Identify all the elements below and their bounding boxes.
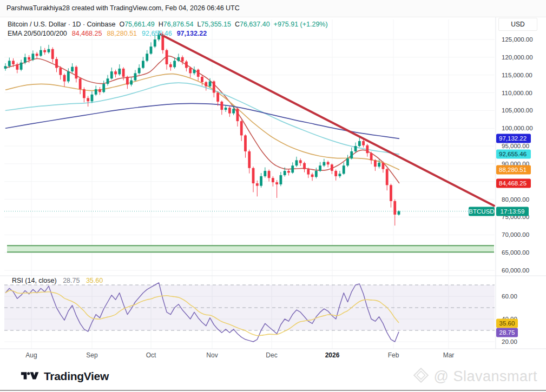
chart-canvas[interactable] [0, 0, 546, 392]
change-text: +975.91 (+1.29%) [274, 21, 328, 28]
candle-body [91, 95, 94, 101]
candle-body [146, 54, 148, 61]
tradingview-wordmark: TradingView [44, 370, 109, 383]
candle-body [36, 54, 38, 56]
candle-body [315, 171, 318, 177]
candle-body [307, 169, 310, 175]
candle-body [311, 175, 314, 177]
candle-body [370, 153, 373, 160]
ema-label: EMA 20/50/100/200 [8, 30, 67, 37]
candle-body [228, 108, 231, 114]
candle-body [378, 163, 380, 167]
candle-body [16, 64, 18, 70]
candle-body [268, 171, 271, 178]
candle-body [59, 68, 62, 75]
ohlc-value: 76,876.54 [163, 21, 194, 28]
candle-body [83, 89, 85, 98]
candle-body [197, 70, 200, 77]
candle-body [225, 108, 227, 110]
candle-body [327, 162, 330, 165]
candle-body [256, 183, 259, 186]
candle-body [339, 174, 341, 176]
candle-body [284, 171, 286, 175]
ema-legend-row[interactable]: EMA 20/50/100/20084,468.2588,280.5192,65… [8, 29, 328, 38]
candle-body [366, 145, 369, 153]
candle-body [102, 84, 105, 92]
ema-line-ema50[interactable] [5, 74, 399, 170]
candle-body [232, 109, 235, 114]
tradingview-logo-icon [21, 369, 39, 384]
candle-body [240, 121, 243, 135]
candle-body [43, 50, 46, 52]
chart-legend: Bitcoin / U.S. Dollar · 1D · CoinbaseO75… [8, 20, 328, 38]
support-zone[interactable] [7, 245, 494, 252]
ema-legend-value: 88,280.51 [107, 30, 137, 37]
ema-legend-value: 97,132.22 [177, 30, 207, 37]
candle-body [114, 71, 117, 74]
ohlc-key: C [235, 21, 240, 28]
rsi-title: RSI (14, close) [12, 277, 57, 284]
candle-body [48, 49, 50, 52]
candle-body [138, 68, 141, 74]
descending-trendline[interactable] [161, 35, 494, 206]
tradingview-chart-page: ParshwaTurakhiya28 created with TradingV… [0, 0, 546, 392]
candle-body [55, 59, 58, 68]
candle-body [189, 68, 192, 74]
candle-body [87, 98, 89, 101]
candle-body [354, 146, 357, 151]
candle-body [24, 57, 27, 63]
attribution-text: ParshwaTurakhiya28 created with TradingV… [6, 4, 240, 12]
candle-body [252, 168, 255, 183]
attribution-bar: ParshwaTurakhiya28 created with TradingV… [0, 0, 546, 17]
ohlc-values: O75,661.49H76,876.54L75,355.15C76,637.40 [115, 21, 269, 28]
candle-body [20, 63, 23, 70]
candle-body [216, 93, 219, 102]
candle-body [291, 165, 294, 172]
tradingview-logo[interactable]: TradingView [21, 369, 109, 384]
candle-body [118, 69, 121, 75]
candle-body [275, 182, 278, 184]
candle-body [4, 66, 7, 69]
candle-body [75, 67, 77, 79]
candle-body [173, 61, 176, 67]
candle-body [382, 163, 385, 169]
candle-body [51, 49, 54, 59]
candle-body [150, 46, 153, 54]
candle-body [386, 169, 389, 185]
candle-body [393, 201, 396, 215]
ohlc-value: 75,355.15 [201, 21, 231, 28]
candle-body [185, 62, 188, 68]
candle-body [334, 171, 337, 176]
candle-body [154, 39, 156, 46]
ohlc-value: 75,661.49 [124, 21, 155, 28]
ema-line-ema200[interactable] [5, 103, 399, 138]
price-axis-currency[interactable]: USD [498, 18, 537, 31]
candle-body [107, 78, 109, 84]
candle-body [248, 151, 251, 168]
candle-body [126, 77, 129, 84]
candle-body [209, 82, 212, 87]
gem-icon [412, 367, 430, 386]
candle-body [287, 171, 290, 172]
rsi-ma-value: 35.60 [86, 277, 103, 284]
rsi-value: 28.75 [63, 277, 80, 284]
candle-body [71, 67, 74, 72]
ema-values: 84,468.2588,280.5192,655.4697,132.22 [67, 30, 207, 37]
candle-body [122, 69, 125, 77]
candle-body [350, 151, 353, 158]
candle-body [213, 82, 215, 93]
candle-body [98, 89, 101, 92]
candle-body [67, 71, 70, 81]
candle-body [8, 61, 11, 66]
ema-legend-value: 92,655.46 [142, 30, 172, 37]
symbol-legend-row[interactable]: Bitcoin / U.S. Dollar · 1D · CoinbaseO75… [8, 20, 328, 29]
candle-body [390, 185, 392, 201]
symbol-title: Bitcoin / U.S. Dollar · 1D · Coinbase [8, 21, 115, 28]
candle-body [177, 57, 180, 61]
rsi-legend[interactable]: RSI (14, close) 28.75 35.60 [12, 277, 103, 284]
candle-body [169, 64, 172, 67]
candle-body [346, 158, 349, 165]
candle-body [374, 160, 377, 167]
candle-body [12, 61, 15, 64]
candle-body [264, 171, 266, 176]
